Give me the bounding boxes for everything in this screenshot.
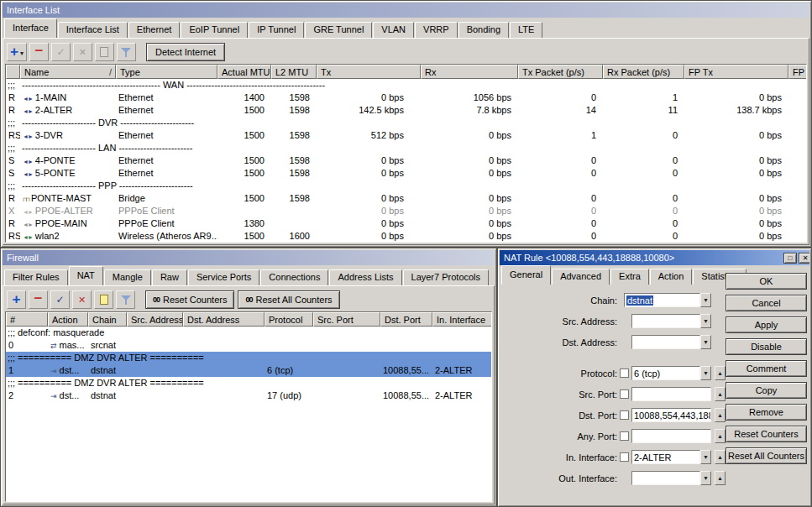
column-header-select[interactable] <box>6 65 20 79</box>
tab-interface[interactable]: Interface <box>4 18 57 38</box>
parameter-checkbox[interactable] <box>620 431 629 441</box>
dropdown-button[interactable] <box>700 335 711 349</box>
parameter-checkbox[interactable] <box>620 410 629 420</box>
collapse-button[interactable] <box>715 408 726 422</box>
column-header-type[interactable]: Type <box>116 65 217 79</box>
table-row[interactable]: S5-PONTEEthernet150015980 bps0 bps000 bp… <box>6 167 806 180</box>
tab-vlan[interactable]: VLAN <box>373 22 414 38</box>
tab-eoip-tunnel[interactable]: EoIP Tunnel <box>181 22 248 38</box>
nat-rule-titlebar[interactable]: NAT Rule <10088,554,443,18888,10080> □ ✕ <box>500 250 809 265</box>
detect-internet-button[interactable]: Detect Internet <box>146 43 225 61</box>
filter-button[interactable] <box>116 290 135 309</box>
parameter-checkbox[interactable] <box>620 389 629 399</box>
comment-button[interactable]: Comment <box>726 360 807 377</box>
column-header-tx-packet-p-s[interactable]: Tx Packet (p/s) <box>518 65 603 79</box>
reset-counters-button[interactable]: 00Reset Counters <box>145 290 234 309</box>
enable-button[interactable] <box>50 290 70 309</box>
tab-vrrp[interactable]: VRRP <box>415 22 458 38</box>
enable-button[interactable] <box>51 43 71 61</box>
interface-list-titlebar[interactable]: Interface List <box>3 3 809 18</box>
tab-address-lists[interactable]: Address Lists <box>329 269 401 285</box>
add-button[interactable] <box>7 290 26 309</box>
reset-counters-button[interactable]: Reset Counters <box>726 426 807 442</box>
parameter-checkbox[interactable] <box>620 452 629 462</box>
table-row[interactable]: S4-PONTEEthernet150015980 bps0 bps000 bp… <box>6 154 806 167</box>
remove-button[interactable] <box>29 43 49 61</box>
field-input-dst-port[interactable]: 10088,554,443,18888,1 <box>631 408 711 422</box>
column-header-fp-tx[interactable]: FP Tx <box>684 65 788 79</box>
comment-row[interactable]: ;;;========== DMZ DVR ALTER ========== <box>6 377 491 389</box>
table-row[interactable]: 1dst...dstnat6 (tcp)10088,55...2-ALTER <box>6 364 491 377</box>
column-header-tx[interactable]: Tx <box>317 65 421 79</box>
table-row[interactable]: 2dst...dstnat17 (udp)10088,55...2-ALTER <box>6 389 491 402</box>
column-header-name[interactable]: Name/ <box>20 65 116 79</box>
column-header-dst-address[interactable]: Dst. Address <box>183 312 265 327</box>
collapse-button[interactable] <box>715 366 726 380</box>
tab-action[interactable]: Action <box>650 269 693 285</box>
reset-all-counters-button[interactable]: 00Reset All Counters <box>238 290 339 309</box>
column-header-select[interactable]: # <box>6 312 48 327</box>
disable-button[interactable] <box>72 290 92 309</box>
column-header-in-interface[interactable]: In. Interface <box>432 312 492 327</box>
collapse-button[interactable] <box>715 450 726 464</box>
comment-row[interactable]: ;;;------------------------ PPP --------… <box>6 180 806 192</box>
column-header-l2-mtu[interactable]: L2 MTU <box>271 65 317 79</box>
table-row[interactable]: XPPOE-ALTERPPPoE Client0 bps0 bps000 bps <box>6 205 806 217</box>
tab-gre-tunnel[interactable]: GRE Tunnel <box>305 22 372 38</box>
tab-ip-tunnel[interactable]: IP Tunnel <box>249 22 304 38</box>
field-input-chain[interactable]: dstnat <box>624 293 700 307</box>
table-row[interactable]: RSwlan2Wireless (Atheros AR9...150016000… <box>6 230 806 243</box>
comment-row[interactable]: ;;;defconf: masquerade <box>6 327 491 339</box>
table-row[interactable]: RPPOE-MAINPPPoE Client13800 bps0 bps000 … <box>6 217 806 230</box>
column-header-src-address[interactable]: Src. Address <box>127 312 183 327</box>
field-input-out-interface[interactable] <box>631 471 700 485</box>
table-row[interactable]: RS3-DVREthernet15001598512 bps0 bps100 b… <box>6 129 806 142</box>
close-button[interactable]: ✕ <box>799 253 809 264</box>
tab-service-ports[interactable]: Service Ports <box>188 269 259 285</box>
collapse-button[interactable] <box>715 471 726 485</box>
field-input-src-port[interactable] <box>631 387 711 401</box>
table-row[interactable]: R1-MAINEthernet140015980 bps1056 bps010 … <box>6 91 806 104</box>
field-input-protocol[interactable]: 6 (tcp) <box>631 366 700 380</box>
comment-row[interactable]: ;;;========== DMZ DVR ALTER ========== <box>6 352 491 364</box>
tab-general[interactable]: General <box>501 265 551 285</box>
comment-row[interactable]: ;;;-------------------------------------… <box>6 79 806 91</box>
dropdown-button[interactable] <box>700 314 711 328</box>
disable-button[interactable]: Disable <box>726 338 807 355</box>
tab-connections[interactable]: Connections <box>260 269 328 285</box>
dropdown-button[interactable] <box>700 293 711 307</box>
column-header-dst-port[interactable]: Dst. Port <box>380 312 432 327</box>
remove-button[interactable]: Remove <box>726 404 807 421</box>
comment-row[interactable]: ;;;------------------------ DVR --------… <box>6 117 806 129</box>
column-header-fp-rx[interactable]: FP Rx <box>788 65 807 79</box>
tab-layer7-protocols[interactable]: Layer7 Protocols <box>403 269 490 285</box>
table-row[interactable]: 0mas...srcnat <box>6 339 491 352</box>
cancel-button[interactable]: Cancel <box>726 295 807 311</box>
tab-mangle[interactable]: Mangle <box>104 269 151 285</box>
remove-button[interactable] <box>29 290 48 309</box>
comment-row[interactable]: ;;;------------------------ LAN --------… <box>6 142 806 154</box>
tab-ethernet[interactable]: Ethernet <box>128 22 181 38</box>
comment-button[interactable] <box>94 290 113 309</box>
dropdown-button[interactable] <box>700 471 711 485</box>
collapse-button[interactable] <box>715 387 726 401</box>
column-header-rx[interactable]: Rx <box>421 65 518 79</box>
column-header-chain[interactable]: Chain <box>88 312 127 327</box>
tab-lte[interactable]: LTE <box>510 22 542 38</box>
tab-nat[interactable]: NAT <box>69 266 103 285</box>
field-input-any-port[interactable] <box>631 429 711 443</box>
field-input-in-interface[interactable]: 2-ALTER <box>631 450 700 464</box>
reset-all-counters-button[interactable]: Reset All Counters <box>726 447 807 464</box>
column-header-rx-packet-p-s[interactable]: Rx Packet (p/s) <box>603 65 684 79</box>
field-input-dst-address[interactable] <box>631 335 700 349</box>
column-header-actual-mtu[interactable]: Actual MTU <box>217 65 271 79</box>
tab-bonding[interactable]: Bonding <box>458 22 509 38</box>
tab-filter-rules[interactable]: Filter Rules <box>4 269 68 285</box>
dropdown-button[interactable] <box>700 450 711 464</box>
ok-button[interactable]: OK <box>726 273 807 290</box>
tab-interface-list[interactable]: Interface List <box>58 22 128 38</box>
collapse-button[interactable] <box>715 429 726 443</box>
tab-raw[interactable]: Raw <box>152 269 187 285</box>
column-header-src-port[interactable]: Src. Port <box>313 312 380 327</box>
copy-button[interactable]: Copy <box>726 382 807 399</box>
